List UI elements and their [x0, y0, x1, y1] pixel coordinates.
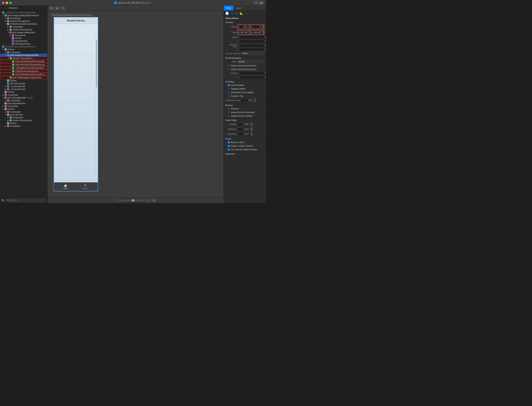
offset-y-stepper[interactable]: ▲▼ — [262, 25, 264, 29]
tree-item[interactable]: —UIProgressView — [0, 42, 47, 45]
tree-item[interactable]: ▶CConstraints — [0, 116, 47, 119]
navigator-tree[interactable]: —_UITableViewCellSeparatorView▼Tpixiv.Im… — [0, 10, 47, 197]
tree-item[interactable]: ▼Ipixiv.ImageLoadingView — [0, 31, 47, 34]
scroll-inset-l-input[interactable] — [239, 76, 266, 79]
tree-item[interactable]: GUIScrollViewDelayedTouchesBeganGestureR… — [0, 60, 47, 63]
tree-item[interactable]: ▶L_UILayoutGuide — [0, 88, 47, 91]
scroll-enabled-checkbox[interactable] — [228, 84, 230, 86]
inset-l-input[interactable] — [239, 40, 266, 43]
tree-item[interactable]: ▶CConstraints — [0, 17, 47, 20]
tree-item[interactable]: ▶CConstraints — [0, 93, 47, 96]
size-h-stepper[interactable]: ▲▼ — [262, 30, 264, 35]
device-scroll-area[interactable] — [54, 24, 98, 182]
delays-content-checkbox[interactable] — [228, 145, 230, 147]
nav-forward-button[interactable]: › — [4, 7, 5, 9]
tree-item[interactable]: ▶CConstraints — [0, 99, 47, 102]
tree-item[interactable]: ▶CConstraints — [0, 105, 47, 108]
tree-item[interactable]: ▼Spixiv.ImageZoomingScrollView — [0, 54, 47, 57]
zoom-min-input[interactable] — [237, 128, 249, 131]
bounces-checkbox[interactable] — [228, 108, 230, 110]
adj-inset-t-input[interactable] — [239, 44, 266, 47]
nav-back-button[interactable]: ‹ — [2, 7, 2, 9]
zoom-fit-btn[interactable]: ⊡ — [152, 199, 156, 202]
tree-item[interactable]: GUIScrollViewPanGestureRecognizer — [0, 63, 47, 66]
view-toggle-group[interactable]: ⊡ ▣ — [254, 1, 264, 4]
tree-item[interactable]: ▼VUIView — [0, 48, 47, 51]
always-bounce-horiz-checkbox[interactable] — [228, 111, 230, 113]
tree-item[interactable]: ▶L_UILayoutGuide — [0, 85, 47, 88]
reload-icon[interactable]: ↻ — [150, 1, 152, 4]
split-view-btn[interactable]: ⊡ — [254, 1, 259, 4]
decel-rate-stepper[interactable]: ▲▼ — [254, 98, 256, 102]
tree-item[interactable]: GUITapGestureRecognizer — [0, 70, 47, 73]
close-button[interactable] — [2, 2, 4, 4]
offset-x-stepper[interactable]: ▲▼ — [248, 25, 251, 29]
tree-item[interactable]: —_UITableViewCellSeparatorView — [0, 45, 47, 48]
always-bounce-vert-checkbox[interactable] — [228, 115, 230, 117]
style-select[interactable]: Default Black White — [237, 60, 264, 63]
adj-inset-l-input[interactable] — [239, 48, 266, 51]
tab-view[interactable]: View — [224, 6, 234, 11]
bounces-zoom-checkbox[interactable] — [228, 141, 230, 144]
size-icon[interactable]: ⊟ — [235, 12, 238, 15]
doc-icon[interactable]: 📄 — [225, 12, 229, 15]
tree-item[interactable]: ▼VUITableViewCellContentView — [0, 22, 47, 25]
tree-item[interactable]: VUIView — [0, 79, 47, 82]
tree-item[interactable]: GUIScrollViewPinchGestureRecognizer — [0, 73, 47, 76]
zoom-in-btn[interactable]: + — [147, 199, 150, 202]
tab-layer[interactable]: Layer — [234, 6, 244, 11]
search-input[interactable] — [5, 199, 46, 202]
tree-item[interactable]: ▶CConstraints — [0, 125, 47, 127]
tree-item[interactable]: ▶CConstraints — [0, 25, 47, 28]
tree-item[interactable]: ▶CConstraints — [0, 51, 47, 54]
zoom-max-input[interactable] — [237, 132, 249, 136]
shows-horiz-checkbox[interactable] — [228, 65, 230, 67]
zoom-min-stepper[interactable]: ▲▼ — [250, 127, 253, 131]
tree-item[interactable]: G_UIDragAutoScrollGestureRecognizer — [0, 66, 47, 70]
paging-enabled-checkbox[interactable] — [228, 88, 230, 90]
tab-home[interactable]: 🏠 Home — [63, 184, 68, 189]
fullscreen-button[interactable] — [9, 2, 12, 4]
inset-adj-select[interactable]: Never Automatic Always — [241, 52, 264, 55]
tree-item[interactable]: ▶GGesture Recognizers — [0, 20, 47, 22]
tree-item[interactable]: ▼Vpixiv.LikeView — [0, 113, 47, 116]
tree-item[interactable]: Vpixiv.StyleableView — [0, 102, 47, 105]
tree-item[interactable]: —_UITableViewCellSeparatorView — [0, 11, 47, 14]
tab-explore[interactable]: 🔍 Explo... — [83, 184, 88, 189]
tree-item[interactable]: ▶CConstraints — [0, 110, 47, 113]
zoom-slider[interactable] — [121, 200, 145, 201]
canvas-fit-btn[interactable]: ⊡ — [49, 7, 54, 10]
tree-item[interactable]: VUIView — [0, 91, 47, 93]
tree-item[interactable]: VUIView — [0, 122, 47, 125]
zoom-max-stepper[interactable]: ▲▼ — [250, 132, 253, 136]
tree-item[interactable]: ▶GGesture Recognizers — [0, 119, 47, 122]
can-cancel-checkbox[interactable] — [228, 148, 230, 151]
canvas-view-btn[interactable]: ▣ — [259, 1, 264, 4]
tree-item[interactable]: ▶CConstraints — [0, 34, 47, 37]
offset-x-input[interactable] — [239, 25, 248, 28]
tree-item[interactable]: Tpixiv.TiledImageContainerView — [0, 76, 47, 79]
canvas-grid-btn[interactable]: ⊞ — [55, 7, 59, 10]
size-w-stepper[interactable]: ▲▼ — [248, 30, 250, 35]
zoom-current-input[interactable] — [237, 123, 249, 126]
shows-vert-checkbox[interactable] — [228, 68, 230, 71]
ruler-icon[interactable]: 📐 — [240, 12, 243, 15]
canvas-frame-btn[interactable]: ⬚ — [61, 7, 65, 10]
decel-rate-input[interactable] — [241, 99, 253, 102]
offset-y-input[interactable] — [253, 25, 262, 28]
attributes-icon[interactable]: ⊞ — [231, 12, 233, 15]
zoom-out-btn[interactable]: − — [116, 199, 119, 202]
zoom-current-stepper[interactable]: ▲▼ — [250, 122, 253, 126]
tree-item[interactable]: ▼Lpixiv.StyleableLabel: "1 / 1" — [0, 96, 47, 99]
tree-item[interactable]: ▼Tpixiv.ImageLoadingTableViewCell — [0, 14, 47, 17]
directional-lock-checkbox[interactable] — [228, 91, 230, 94]
size-w-input[interactable] — [240, 31, 248, 34]
tree-item[interactable]: ▶GGesture Recognizers — [0, 28, 47, 31]
tree-item[interactable]: IUIImageView — [0, 39, 47, 42]
size-h-input[interactable] — [253, 31, 262, 34]
scroll-inset-t-input[interactable] — [239, 72, 266, 75]
zoom-thumb[interactable] — [132, 199, 134, 202]
tree-item[interactable]: ▼GGesture Recognizers — [0, 57, 47, 60]
scrolls-to-top-checkbox[interactable] — [228, 95, 230, 97]
minimize-button[interactable] — [6, 2, 8, 4]
